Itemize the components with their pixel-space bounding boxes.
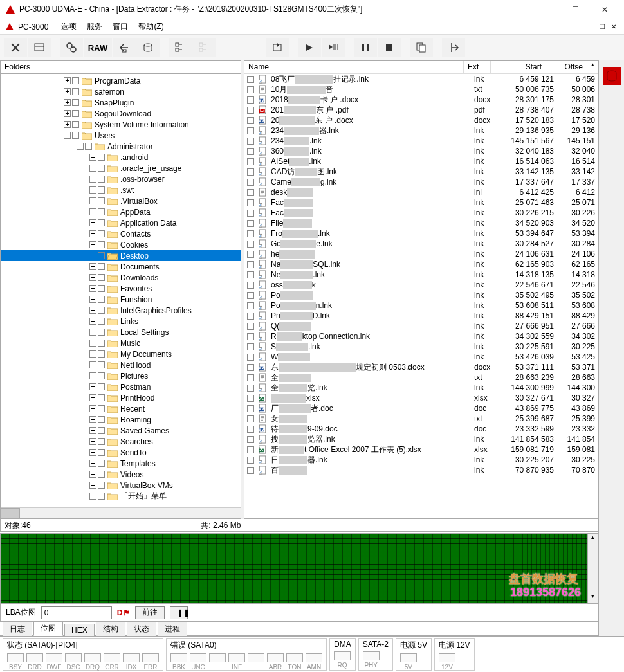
file-checkbox[interactable]: [247, 220, 254, 227]
copy-button[interactable]: [410, 38, 433, 57]
tree-item[interactable]: +Postman: [1, 381, 241, 392]
menu-item[interactable]: 选项: [56, 21, 82, 32]
menu-item[interactable]: 窗口: [107, 21, 133, 32]
tree-checkbox[interactable]: [98, 274, 105, 281]
file-row[interactable]: Fro.lnklnk53 394 64753 394: [244, 228, 598, 239]
tree-item[interactable]: +Roaming: [1, 414, 241, 425]
expand-icon[interactable]: +: [64, 77, 71, 84]
tree-checkbox[interactable]: [98, 394, 105, 401]
expand-icon[interactable]: +: [89, 383, 96, 390]
tree-checkbox[interactable]: [98, 493, 105, 500]
tab-HEX[interactable]: HEX: [64, 624, 95, 636]
tree-item[interactable]: +safemon: [1, 86, 241, 97]
tree-item[interactable]: +System Volume Information: [1, 119, 241, 130]
file-row[interactable]: 234器.lnklnk29 136 93529 136: [244, 125, 598, 136]
tree-checkbox[interactable]: [72, 110, 79, 117]
col-ext[interactable]: Ext: [464, 61, 491, 73]
expand-icon[interactable]: +: [64, 99, 71, 106]
expand-icon[interactable]: +: [89, 230, 96, 237]
tree-item[interactable]: +VirtualBox VMs: [1, 480, 241, 491]
file-row[interactable]: Ne.lnklnk14 318 13514 318: [244, 269, 598, 280]
tree-item[interactable]: +Contacts: [1, 228, 241, 239]
col-name[interactable]: Name: [244, 61, 464, 73]
tree-item[interactable]: +ProgramData: [1, 75, 241, 86]
file-row[interactable]: W东规定初则 0503.docxdocx53 371 11153 371: [244, 362, 598, 372]
tree-item[interactable]: +.VirtualBox: [1, 195, 241, 206]
tree-checkbox[interactable]: [98, 372, 105, 379]
folder-tree[interactable]: +ProgramData+safemon+SnapPlugin+SogouDow…: [1, 74, 241, 507]
tree-item[interactable]: +PrintHood: [1, 392, 241, 403]
file-row[interactable]: W20东 户 .docxdocx17 520 18317 520: [244, 115, 598, 125]
tree-checkbox[interactable]: [98, 285, 105, 292]
tree-checkbox[interactable]: [98, 383, 105, 390]
tree-checkbox[interactable]: [98, 307, 105, 314]
file-row[interactable]: Faclnk30 226 21530 226: [244, 208, 598, 218]
file-checkbox[interactable]: [247, 76, 254, 83]
file-row[interactable]: W厂者.docdoc43 869 77543 869: [244, 403, 598, 413]
expand-icon[interactable]: +: [89, 165, 96, 172]
tree-item[interactable]: +Application Data: [1, 217, 241, 228]
file-checkbox[interactable]: [247, 158, 254, 165]
expand-icon[interactable]: +: [89, 197, 96, 204]
tree-checkbox[interactable]: [98, 165, 105, 172]
tree-item[interactable]: +SogouDownload: [1, 108, 241, 119]
tools-button[interactable]: [4, 38, 27, 57]
tree-checkbox[interactable]: [85, 143, 92, 150]
file-checkbox[interactable]: [247, 261, 254, 268]
file-row[interactable]: Q(lnk27 666 95127 666: [244, 321, 598, 331]
file-checkbox[interactable]: [247, 343, 254, 350]
side-db-icon[interactable]: [603, 67, 621, 85]
tree-item[interactable]: +Videos: [1, 469, 241, 480]
file-checkbox[interactable]: [247, 446, 254, 453]
file-checkbox[interactable]: [247, 302, 254, 309]
tree-item[interactable]: +Local Settings: [1, 327, 241, 338]
file-checkbox[interactable]: [247, 313, 254, 320]
tree-checkbox[interactable]: [98, 186, 105, 194]
file-row[interactable]: Faclnk25 071 46325 071: [244, 197, 598, 208]
file-checkbox[interactable]: [247, 148, 254, 155]
tree-checkbox[interactable]: [72, 77, 79, 84]
expand-icon[interactable]: +: [89, 416, 96, 423]
file-checkbox[interactable]: [247, 292, 254, 299]
tree-item[interactable]: +Funshion: [1, 294, 241, 305]
file-checkbox[interactable]: [247, 168, 254, 176]
file-checkbox[interactable]: [247, 179, 254, 186]
bitmap-pause-button[interactable]: ❚❚: [170, 606, 188, 619]
tree-item[interactable]: +AppData: [1, 206, 241, 217]
file-row[interactable]: NaSQL.lnklnk62 165 90362 165: [244, 259, 598, 269]
tree-checkbox[interactable]: [98, 361, 105, 368]
file-checkbox[interactable]: [247, 251, 254, 258]
expand-icon[interactable]: +: [89, 274, 96, 281]
tree-item[interactable]: +IntelGraphicsProfiles: [1, 305, 241, 316]
export-button[interactable]: [113, 38, 136, 57]
tree-item[interactable]: +.oss-browser: [1, 174, 241, 185]
expand-icon[interactable]: +: [89, 340, 96, 347]
exit-button[interactable]: [442, 38, 465, 57]
files-header[interactable]: Name Ext Start Offse ▴: [244, 61, 598, 74]
file-row[interactable]: 234.lnklnk145 151 567145 151: [244, 136, 598, 146]
expand-icon[interactable]: +: [64, 88, 71, 95]
play-button[interactable]: [298, 38, 321, 57]
tree-checkbox[interactable]: [98, 438, 105, 445]
tree-checkbox[interactable]: [98, 460, 105, 467]
tree-checkbox[interactable]: [98, 252, 105, 259]
file-row[interactable]: Cameg.lnklnk17 337 64717 337: [244, 177, 598, 187]
tab-进程[interactable]: 进程: [158, 622, 187, 636]
tree-collapse-button[interactable]: [169, 38, 192, 57]
expand-icon[interactable]: +: [89, 241, 96, 248]
expand-icon[interactable]: +: [89, 318, 96, 325]
mdi-restore-icon[interactable]: ❐: [597, 22, 607, 32]
file-row[interactable]: Filelnk34 520 90334 520: [244, 218, 598, 228]
file-row[interactable]: W待9-09.docdoc23 332 59923 332: [244, 424, 598, 434]
expand-icon[interactable]: +: [89, 438, 96, 445]
file-checkbox[interactable]: [247, 467, 254, 474]
file-checkbox[interactable]: [247, 364, 254, 371]
tree-expand-button[interactable]: [192, 38, 216, 57]
tree-checkbox[interactable]: [72, 99, 79, 106]
expand-icon[interactable]: +: [89, 307, 96, 314]
tree-item[interactable]: +Favorites: [1, 283, 241, 294]
mdi-minimize-icon[interactable]: _: [585, 22, 596, 32]
expand-icon[interactable]: +: [89, 361, 96, 368]
file-checkbox[interactable]: [247, 395, 254, 402]
tree-checkbox[interactable]: [98, 482, 105, 489]
